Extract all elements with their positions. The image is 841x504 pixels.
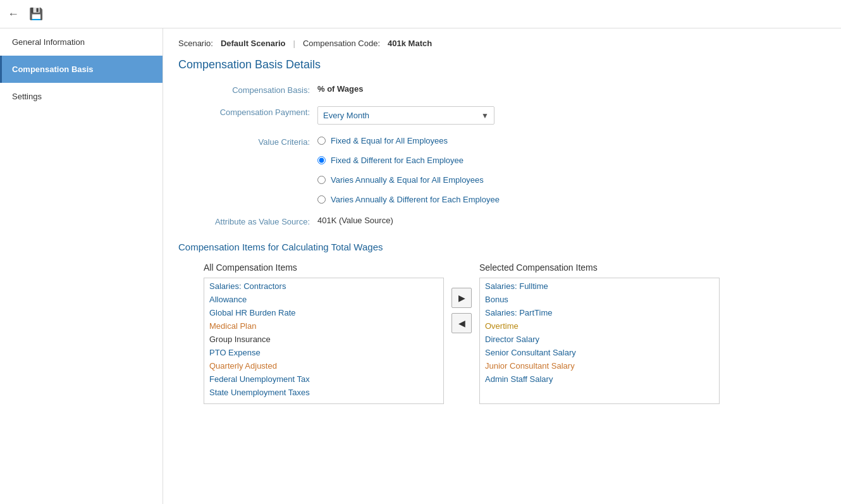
transfer-buttons: ▶ ◀ — [451, 288, 472, 333]
radio-fixed-equal-label: Fixed & Equal for All Employees — [331, 136, 448, 145]
form-section: Compensation Basis: % of Wages Compensat… — [178, 84, 826, 226]
radio-fixed-different-input[interactable] — [317, 156, 326, 164]
main-layout: General Information Compensation Basis S… — [0, 28, 841, 504]
list-item[interactable]: Allowance — [204, 293, 443, 306]
scenario-prefix: Scenario: — [178, 39, 213, 48]
value-criteria-radio-group: Fixed & Equal for All Employees Fixed & … — [317, 136, 500, 204]
radio-varies-equal-label: Varies Annually & Equal for All Employee… — [331, 175, 484, 185]
list-item[interactable]: Junior Consultant Salary — [480, 359, 719, 372]
compensation-basis-value: % of Wages — [317, 84, 363, 94]
content-area: Scenario: Default Scenario | Compensatio… — [163, 28, 841, 504]
radio-varies-different[interactable]: Varies Annually & Different for Each Emp… — [317, 195, 500, 204]
radio-fixed-different-label: Fixed & Different for Each Employee — [331, 156, 463, 165]
scenario-bar: Scenario: Default Scenario | Compensatio… — [178, 39, 826, 48]
all-items-panel: All Compensation Items Salaries: Contrac… — [204, 262, 444, 404]
scenario-name: Default Scenario — [221, 39, 286, 48]
radio-varies-different-input[interactable] — [317, 195, 326, 204]
attribute-value: 401K (Value Source) — [317, 216, 393, 225]
list-item[interactable]: Salaries: Contractors — [204, 280, 443, 293]
selected-items-title: Selected Compensation Items — [479, 262, 720, 273]
compensation-name: 401k Match — [388, 39, 432, 48]
radio-fixed-equal[interactable]: Fixed & Equal for All Employees — [317, 136, 500, 145]
compensation-items-title: Compensation Items for Calculating Total… — [178, 242, 826, 252]
compensation-payment-row: Compensation Payment: Every Month Every … — [178, 106, 826, 125]
list-item[interactable]: Salaries: PartTime — [480, 306, 719, 319]
list-item[interactable]: Overtime — [480, 319, 719, 333]
selected-items-list: Salaries: Fulltime Bonus Salaries: PartT… — [480, 278, 719, 387]
attribute-row: Attribute as Value Source: 401K (Value S… — [178, 216, 826, 226]
compensation-prefix: Compensation Code: — [303, 39, 380, 48]
compensation-items-section: Compensation Items for Calculating Total… — [178, 242, 826, 404]
save-button[interactable]: 💾 — [29, 7, 43, 21]
compensation-basis-row: Compensation Basis: % of Wages — [178, 84, 826, 95]
compensation-payment-dropdown[interactable]: Every Month Every Quarter Every Year ▼ — [317, 106, 494, 125]
radio-fixed-equal-input[interactable] — [317, 137, 326, 145]
list-item[interactable]: Federal Unemployment Tax — [204, 372, 443, 386]
list-item[interactable]: Senior Consultant Salary — [480, 346, 719, 359]
page-title: Compensation Basis Details — [178, 58, 826, 71]
list-item[interactable]: Bonus — [480, 293, 719, 306]
all-items-title: All Compensation Items — [204, 262, 444, 273]
selected-items-panel: Selected Compensation Items Salaries: Fu… — [479, 262, 720, 404]
separator: | — [293, 39, 295, 48]
radio-fixed-different[interactable]: Fixed & Different for Each Employee — [317, 156, 500, 165]
list-item[interactable]: Medical Plan — [204, 319, 443, 333]
list-item[interactable]: PTO Expense — [204, 346, 443, 359]
radio-varies-equal[interactable]: Varies Annually & Equal for All Employee… — [317, 175, 500, 185]
radio-varies-equal-input[interactable] — [317, 176, 326, 184]
list-item[interactable]: Quarterly Adjusted — [204, 359, 443, 372]
compensation-basis-label: Compensation Basis: — [178, 84, 317, 95]
list-item[interactable]: Global HR Burden Rate — [204, 306, 443, 319]
value-criteria-row: Value Criteria: Fixed & Equal for All Em… — [178, 136, 826, 204]
sidebar-item-general-information[interactable]: General Information — [0, 28, 163, 56]
move-left-button[interactable]: ◀ — [451, 313, 472, 333]
all-items-listbox[interactable]: Salaries: Contractors Allowance Global H… — [204, 278, 444, 404]
top-bar: ← 💾 — [0, 0, 841, 28]
dropdown-arrow-icon: ▼ — [476, 111, 494, 120]
list-item[interactable]: State Unemployment Taxes — [204, 386, 443, 399]
move-right-button[interactable]: ▶ — [451, 288, 472, 308]
list-item[interactable]: Director Salary — [480, 333, 719, 346]
selected-items-listbox[interactable]: Salaries: Fulltime Bonus Salaries: PartT… — [479, 278, 720, 404]
list-item[interactable]: Salaries: Fulltime — [480, 280, 719, 293]
attribute-label: Attribute as Value Source: — [178, 216, 317, 226]
value-criteria-label: Value Criteria: — [178, 136, 317, 147]
sidebar-item-compensation-basis[interactable]: Compensation Basis — [0, 56, 163, 83]
sidebar-item-settings[interactable]: Settings — [0, 83, 163, 110]
radio-varies-different-label: Varies Annually & Different for Each Emp… — [331, 195, 500, 204]
list-item[interactable]: Group Insurance — [204, 333, 443, 346]
all-items-list: Salaries: Contractors Allowance Global H… — [204, 278, 443, 400]
dual-list-container: All Compensation Items Salaries: Contrac… — [204, 262, 826, 404]
sidebar: General Information Compensation Basis S… — [0, 28, 163, 504]
compensation-payment-select[interactable]: Every Month Every Quarter Every Year — [318, 107, 476, 124]
back-button[interactable]: ← — [8, 8, 19, 21]
list-item[interactable]: Admin Staff Salary — [480, 372, 719, 386]
compensation-payment-label: Compensation Payment: — [178, 106, 317, 117]
